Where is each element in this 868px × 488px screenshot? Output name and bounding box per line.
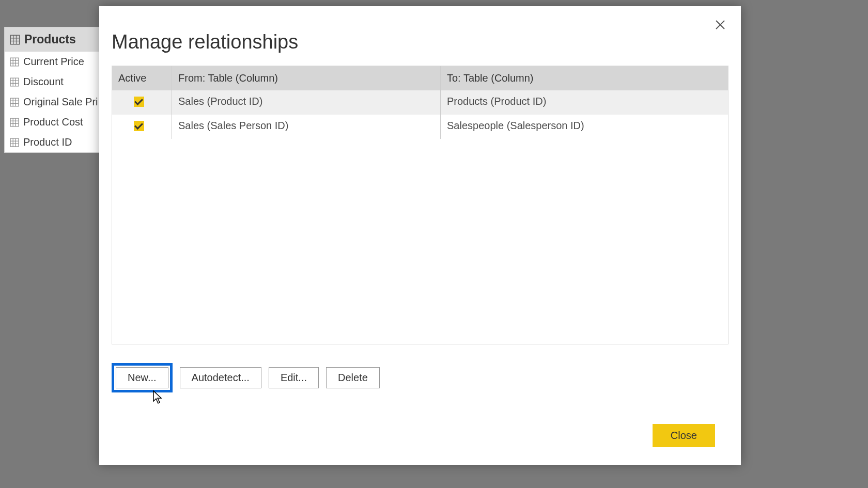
- relationships-table: Active From: Table (Column) To: Table (C…: [112, 66, 729, 344]
- svg-rect-20: [10, 118, 19, 127]
- table-header[interactable]: Products: [5, 27, 99, 52]
- field-label: Current Price: [23, 56, 84, 68]
- from-cell: Sales (Sales Person ID): [172, 115, 441, 139]
- svg-rect-5: [10, 58, 19, 66]
- new-button-highlight: New...: [112, 363, 173, 392]
- table-name-label: Products: [24, 33, 76, 46]
- close-icon[interactable]: [712, 17, 729, 33]
- column-icon: [10, 57, 19, 67]
- to-cell: Products (Product ID): [441, 90, 728, 115]
- svg-rect-25: [10, 138, 19, 147]
- field-item[interactable]: Discount: [5, 72, 99, 92]
- table-row[interactable]: Sales (Product ID) Products (Product ID): [112, 90, 728, 115]
- new-button[interactable]: New...: [116, 367, 168, 388]
- from-cell: Sales (Product ID): [172, 90, 441, 115]
- dialog-footer: Close: [653, 424, 715, 447]
- active-checkbox[interactable]: [134, 121, 144, 131]
- column-icon: [10, 98, 19, 107]
- table-header-row: Active From: Table (Column) To: Table (C…: [112, 66, 728, 90]
- table-row[interactable]: Sales (Sales Person ID) Salespeople (Sal…: [112, 115, 728, 139]
- column-header-active[interactable]: Active: [112, 66, 172, 90]
- table-body: Sales (Product ID) Products (Product ID)…: [112, 90, 728, 344]
- table-icon: [10, 35, 20, 45]
- column-header-to[interactable]: To: Table (Column): [441, 66, 728, 90]
- column-icon: [10, 138, 19, 147]
- field-label: Product Cost: [23, 116, 83, 128]
- field-item[interactable]: Product Cost: [5, 112, 99, 132]
- column-header-from[interactable]: From: Table (Column): [172, 66, 441, 90]
- action-button-row: New... Autodetect... Edit... Delete: [99, 344, 741, 392]
- autodetect-button[interactable]: Autodetect...: [180, 367, 261, 388]
- field-item[interactable]: Original Sale Pri: [5, 92, 99, 112]
- edit-button[interactable]: Edit...: [269, 367, 319, 388]
- column-icon: [10, 77, 19, 87]
- close-button[interactable]: Close: [653, 424, 715, 447]
- column-icon: [10, 118, 19, 127]
- field-item[interactable]: Product ID: [5, 132, 99, 152]
- field-label: Product ID: [23, 136, 72, 148]
- svg-rect-10: [10, 78, 19, 86]
- svg-rect-15: [10, 98, 19, 106]
- active-cell: [112, 90, 172, 115]
- active-cell: [112, 115, 172, 139]
- field-label: Original Sale Pri: [23, 96, 98, 108]
- dialog-title: Manage relationships: [99, 6, 741, 66]
- field-label: Discount: [23, 76, 64, 88]
- active-checkbox[interactable]: [134, 97, 144, 107]
- field-item[interactable]: Current Price: [5, 52, 99, 72]
- fields-panel: Products Current Price Discount Ori: [4, 27, 100, 153]
- delete-button[interactable]: Delete: [326, 367, 380, 388]
- manage-relationships-dialog: Manage relationships Active From: Table …: [99, 6, 741, 465]
- to-cell: Salespeople (Salesperson ID): [441, 115, 728, 139]
- svg-rect-0: [10, 35, 20, 44]
